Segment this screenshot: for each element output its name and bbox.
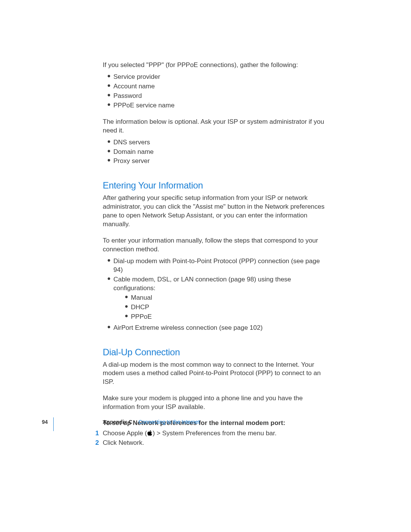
section2-para-2: Make sure your modem is plugged into a p… <box>103 394 327 412</box>
page-number: 94 <box>42 419 48 425</box>
list-item: Proxy server <box>107 157 327 166</box>
step-number: 2 <box>92 439 103 447</box>
list-item: DNS servers <box>107 138 327 147</box>
step1-post: ) > System Preferences from the menu bar… <box>153 430 277 437</box>
section2-para-1: A dial-up modem is the most common way t… <box>103 361 327 387</box>
intro-para-1: If you selected "PPP" (for PPPoE connect… <box>103 61 327 70</box>
section1-para-1: After gathering your specific setup info… <box>103 194 327 229</box>
footer-divider <box>53 417 54 431</box>
step-2: 2 Click Network. <box>103 439 327 447</box>
section1-para-2: To enter your information manually, foll… <box>103 236 327 254</box>
page-content: If you selected "PPP" (for PPPoE connect… <box>103 61 327 448</box>
list-item: Manual <box>125 294 327 302</box>
list-item: Dial-up modem with Point-to-Point Protoc… <box>107 257 327 275</box>
intro-para-2: The information below is optional. Ask y… <box>103 118 327 135</box>
list-item: PPPoE <box>125 313 327 321</box>
intro-list-2: DNS servers Domain name Proxy server <box>103 138 327 166</box>
list-item-text: Cable modem, DSL, or LAN connection (pag… <box>113 276 291 292</box>
step-text: Click Network. <box>103 439 327 447</box>
step-number: 1 <box>92 429 103 438</box>
page-footer-number: 94 <box>42 419 48 425</box>
list-item: Account name <box>107 82 327 91</box>
intro-list-1: Service provider Account name Password P… <box>103 73 327 110</box>
list-item: Password <box>107 92 327 101</box>
list-item: Cable modem, DSL, or LAN connection (pag… <box>107 275 327 321</box>
list-item: Service provider <box>107 73 327 81</box>
appendix-title: Connecting to the Internet <box>139 419 200 425</box>
list-item: AirPort Extreme wireless connection (see… <box>107 324 327 332</box>
step-text: Choose Apple () > System Preferences fro… <box>103 429 327 438</box>
page-footer-title: Appendix C Connecting to the Internet <box>103 419 200 425</box>
appendix-label: Appendix C <box>103 419 132 425</box>
section1-list: Dial-up modem with Point-to-Point Protoc… <box>103 257 327 332</box>
list-item: Domain name <box>107 148 327 157</box>
apple-logo-icon <box>147 430 153 437</box>
step-1: 1 Choose Apple () > System Preferences f… <box>103 429 327 438</box>
list-item: PPPoE service name <box>107 101 327 110</box>
list-item: DHCP <box>125 303 327 312</box>
section-heading-entering-info: Entering Your Information <box>103 180 327 191</box>
section-heading-dialup: Dial-Up Connection <box>103 347 327 358</box>
step1-pre: Choose Apple ( <box>103 430 147 437</box>
section1-sublist: Manual DHCP PPPoE <box>113 294 327 321</box>
